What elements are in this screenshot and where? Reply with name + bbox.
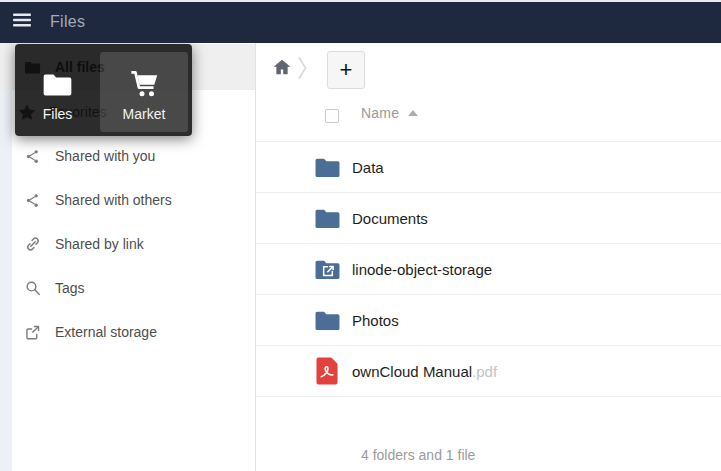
hamburger-icon <box>13 13 31 30</box>
file-name: Photos <box>352 312 399 329</box>
external-storage-icon <box>22 324 43 341</box>
sidebar-item-tags[interactable]: Tags <box>0 266 255 310</box>
folder-icon <box>311 151 343 183</box>
app-menu-item-market[interactable]: Market <box>100 52 188 132</box>
name-column-label: Name <box>361 105 399 121</box>
sidebar-item-shared-with-others[interactable]: Shared with others <box>0 178 255 222</box>
sidebar-item-label: Shared by link <box>55 236 144 252</box>
file-list: DataDocumentslinode-object-storagePhotos… <box>256 141 721 397</box>
share-icon <box>22 148 43 165</box>
sidebar-item-label: Shared with you <box>55 148 155 164</box>
file-name: Documents <box>352 210 428 227</box>
sort-ascending-icon <box>408 110 418 116</box>
sidebar-item-external-storage[interactable]: External storage <box>0 310 255 354</box>
select-all-checkbox[interactable] <box>325 109 339 123</box>
sidebar-item-label: Tags <box>55 280 85 296</box>
sidebar: All filesFavoritesShared with youShared … <box>0 43 256 471</box>
folder-icon <box>311 202 343 234</box>
folder-icon <box>311 304 343 336</box>
sidebar-item-shared-with-you[interactable]: Shared with you <box>0 134 255 178</box>
file-extension: .pdf <box>472 363 497 380</box>
table-row[interactable]: Documents <box>256 193 721 244</box>
app-menu-item-label: Files <box>43 106 73 122</box>
share-icon <box>22 192 43 209</box>
search-icon <box>22 279 43 297</box>
folder-external-icon <box>311 253 343 285</box>
folder-icon <box>42 52 73 98</box>
file-name: Data <box>352 159 384 176</box>
table-row[interactable]: ownCloud Manual.pdf <box>256 346 721 397</box>
hamburger-menu-button[interactable] <box>0 0 44 43</box>
file-count-summary: 4 folders and 1 file <box>361 447 475 463</box>
breadcrumb-home-button[interactable] <box>270 56 294 80</box>
table-row[interactable]: Data <box>256 142 721 193</box>
files-main-panel: + Name DataDocumentslinode-object-storag… <box>256 43 721 471</box>
file-table-header: Name <box>256 103 721 141</box>
link-icon <box>22 235 43 253</box>
table-row[interactable]: linode-object-storage <box>256 244 721 295</box>
top-navbar: Files <box>0 0 721 43</box>
app-switcher-menu: FilesMarket <box>15 44 192 136</box>
table-row[interactable]: Photos <box>256 295 721 346</box>
sidebar-item-shared-by-link[interactable]: Shared by link <box>0 222 255 266</box>
app-menu-item-files[interactable]: Files <box>15 52 100 132</box>
sidebar-item-label: Shared with others <box>55 192 172 208</box>
file-name: ownCloud Manual <box>352 363 472 380</box>
sort-by-name-header[interactable]: Name <box>361 105 418 121</box>
home-icon <box>272 57 292 79</box>
cart-icon <box>128 52 161 98</box>
app-menu-item-label: Market <box>123 106 166 122</box>
breadcrumb-chevron-icon <box>296 55 308 85</box>
pdf-icon <box>311 355 343 387</box>
sidebar-item-label: External storage <box>55 324 157 340</box>
new-file-button[interactable]: + <box>327 51 365 89</box>
file-name: linode-object-storage <box>352 261 492 278</box>
app-title: Files <box>50 13 85 31</box>
